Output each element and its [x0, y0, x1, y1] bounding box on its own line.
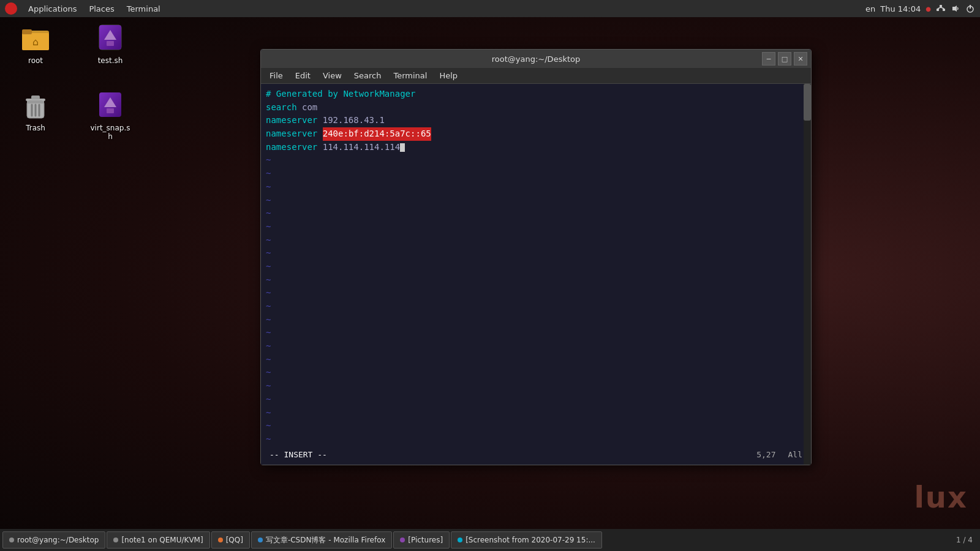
menu-search[interactable]: Search [348, 69, 388, 82]
vim-tilde-10: ~ [266, 274, 806, 287]
vim-value-search: com [297, 101, 318, 114]
vim-keyword-ns3: nameserver [266, 141, 317, 154]
terminal-content[interactable]: # Generated by NetworkManager search com… [261, 84, 811, 465]
vim-mode: -- INSERT -- [270, 450, 327, 459]
window-title: root@yang:~/Desktop [492, 54, 580, 64]
vim-tilde-1: ~ [266, 154, 806, 167]
vim-line-4: nameserver 240e:bf:d214:5a7c::65 [266, 127, 806, 141]
folder-icon: ⌂ [21, 24, 50, 53]
taskbar-dot-note1 [113, 538, 118, 542]
vim-tilde-18: ~ [266, 380, 806, 393]
taskbar-label-note1: [note1 on QEMU/KVM] [121, 536, 203, 544]
window-menubar: File Edit View Search Terminal Help [261, 68, 811, 84]
language-indicator: en [865, 4, 875, 13]
window-minimize-button[interactable]: ─ [762, 52, 775, 66]
taskbar-label-desktop: root@yang:~/Desktop [17, 536, 99, 544]
menu-view[interactable]: View [317, 69, 348, 82]
desktop-watermark: lux [914, 480, 968, 514]
desktop-icon-virtsnapsh[interactable]: virt_snap.sh [86, 89, 135, 144]
volume-icon [951, 4, 960, 13]
vim-position: 5,27 [756, 450, 775, 459]
svg-rect-0 [940, 5, 942, 7]
taskbar-dot-pictures [400, 538, 405, 542]
vim-tilde-12: ~ [266, 300, 806, 313]
taskbar-item-screenshot[interactable]: [Screenshot from 2020-07-29 15:... [451, 531, 602, 549]
recording-dot: ● [925, 6, 931, 12]
svg-line-4 [941, 7, 944, 9]
taskbar-item-firefox[interactable]: 写文章-CSDN博客 - Mozilla Firefox [251, 531, 392, 549]
desktop-icon-virtsnapsh-label: virt_snap.sh [88, 123, 132, 141]
trash-icon [21, 91, 50, 121]
taskbar-item-qq[interactable]: [QQ] [211, 531, 250, 549]
terminal-scrollbar[interactable] [804, 84, 811, 465]
window-maximize-button[interactable]: □ [778, 52, 791, 66]
desktop-icon-testsh[interactable]: test.sh [86, 21, 135, 68]
vim-tilde-19: ~ [266, 393, 806, 407]
vim-tilde-13: ~ [266, 313, 806, 327]
svg-marker-5 [952, 6, 957, 12]
taskbar-item-note1[interactable]: [note1 on QEMU/KVM] [107, 531, 209, 549]
vim-tilde-8: ~ [266, 247, 806, 260]
vim-value-ns3: 114.114.114.114 [317, 141, 400, 154]
svg-rect-2 [943, 9, 945, 11]
desktop-icon-testsh-label: test.sh [96, 56, 125, 66]
vim-tilde-4: ~ [266, 194, 806, 208]
svg-line-3 [938, 7, 941, 9]
svg-rect-17 [31, 96, 40, 99]
svg-rect-15 [107, 41, 114, 46]
taskbar-label-screenshot: [Screenshot from 2020-07-29 15:... [466, 536, 595, 544]
menu-file[interactable]: File [263, 69, 289, 82]
vim-cursor [400, 143, 405, 152]
vim-tilde-16: ~ [266, 353, 806, 367]
vim-tilde-7: ~ [266, 234, 806, 247]
menu-terminal[interactable]: Terminal [121, 2, 167, 16]
taskbar-dot-firefox [258, 538, 263, 542]
taskbar-dot-screenshot [458, 538, 462, 542]
svg-rect-10 [22, 29, 32, 34]
desktop-icon-root-label: root [26, 56, 45, 66]
power-icon [965, 4, 975, 13]
vim-tilde-3: ~ [266, 181, 806, 194]
top-bar: Applications Places Terminal en Thu 14:0… [0, 0, 980, 17]
scrollbar-thumb[interactable] [804, 84, 811, 121]
vim-keyword-ns1: nameserver [266, 114, 317, 127]
taskbar-label-pictures: [Pictures] [408, 536, 443, 544]
vim-highlight-ipv6: 240e:bf:d214:5a7c::65 [323, 127, 431, 141]
desktop-icon-trash-label: Trash [24, 123, 47, 133]
menu-places[interactable]: Places [83, 2, 120, 16]
window-titlebar[interactable]: root@yang:~/Desktop ─ □ ✕ [261, 50, 811, 68]
taskbar-page-indicator: 1 / 4 [956, 536, 978, 544]
svg-rect-19 [27, 101, 44, 103]
network-icon [936, 4, 946, 13]
vim-tilde-21: ~ [266, 419, 806, 433]
svg-rect-25 [107, 108, 114, 113]
menu-terminal[interactable]: Terminal [387, 69, 433, 82]
vim-tilde-20: ~ [266, 407, 806, 420]
window-controls: ─ □ ✕ [762, 52, 807, 66]
top-bar-left: Applications Places Terminal [5, 2, 167, 16]
clock: Thu 14:04 [880, 4, 921, 13]
vim-tilde-2: ~ [266, 167, 806, 181]
vim-line-3: nameserver 192.168.43.1 [266, 114, 806, 127]
taskbar-item-desktop[interactable]: root@yang:~/Desktop [2, 531, 105, 549]
menu-edit[interactable]: Edit [289, 69, 317, 82]
vim-scroll: All [788, 450, 802, 459]
window-close-button[interactable]: ✕ [794, 52, 807, 66]
top-bar-right: en Thu 14:04 ● [865, 4, 975, 13]
taskbar-dot-desktop [9, 538, 14, 542]
vim-line-1: # Generated by NetworkManager [266, 88, 806, 101]
app-icon [5, 2, 17, 15]
vim-value-ns1: 192.168.43.1 [317, 114, 385, 127]
vim-tilde-17: ~ [266, 366, 806, 380]
svg-text:⌂: ⌂ [32, 36, 39, 48]
vim-comment-text: # Generated by NetworkManager [266, 88, 415, 101]
vim-tilde-14: ~ [266, 326, 806, 340]
menu-help[interactable]: Help [433, 69, 464, 82]
vim-line-2: search com [266, 101, 806, 114]
vim-tilde-15: ~ [266, 340, 806, 353]
vim-tilde-9: ~ [266, 260, 806, 274]
desktop-icon-trash[interactable]: Trash [11, 89, 60, 135]
desktop-icon-root[interactable]: ⌂ root [11, 21, 60, 68]
menu-applications[interactable]: Applications [22, 2, 83, 16]
taskbar-item-pictures[interactable]: [Pictures] [393, 531, 450, 549]
